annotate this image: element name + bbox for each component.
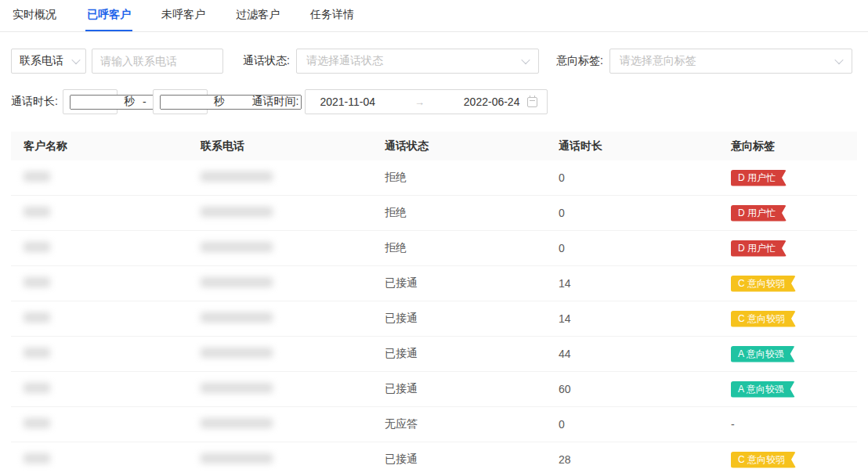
- calendar-icon: [527, 97, 537, 107]
- call-time-label: 通话时间:: [252, 95, 299, 109]
- intent-tag-cell: D 用户忙: [718, 205, 857, 222]
- col-phone: 联系电话: [188, 139, 372, 153]
- duration-cell: 28: [546, 453, 718, 466]
- redacted-customer-name: [24, 453, 50, 463]
- customer-name-cell: [11, 418, 188, 431]
- customer-name-cell: [11, 383, 188, 395]
- table-body: 拒绝0D 用户忙拒绝0D 用户忙拒绝0D 用户忙已接通14C 意向较弱已接通14…: [11, 160, 857, 476]
- phone-cell: [188, 277, 372, 290]
- redacted-customer-name: [24, 207, 50, 217]
- filter-row-2: 通话时长: 秒 - 秒 通话时间: 2021-11-04 → 2022-06-2…: [11, 89, 857, 114]
- customer-name-cell: [11, 348, 188, 360]
- table-row: 已接通44A 意向较强: [11, 337, 857, 372]
- customer-name-cell: [11, 312, 188, 325]
- tab-filtered-customers[interactable]: 过滤客户: [234, 0, 281, 31]
- table-row: 已接通14C 意向较弱: [11, 301, 857, 337]
- intent-tag: C 意向较弱: [731, 276, 796, 292]
- intent-tag-select[interactable]: 请选择意向标签: [609, 49, 852, 74]
- call-status-cell: 拒绝: [372, 241, 546, 255]
- duration-unit-label: 秒: [124, 95, 135, 109]
- call-status-cell: 已接通: [372, 382, 546, 396]
- redacted-customer-name: [24, 242, 50, 252]
- date-end-value[interactable]: 2022-06-24: [464, 96, 520, 108]
- called-customers-table: 客户名称 联系电话 通话状态 通话时长 意向标签 拒绝0D 用户忙拒绝0D 用户…: [11, 132, 857, 476]
- col-call-status: 通话状态: [372, 139, 546, 153]
- call-status-cell: 已接通: [372, 312, 546, 326]
- redacted-phone: [201, 207, 273, 217]
- no-tag-dash: -: [731, 418, 735, 431]
- phone-cell: [188, 207, 372, 219]
- duration-min-box: [63, 89, 118, 114]
- call-status-select[interactable]: 请选择通话状态: [296, 49, 539, 74]
- call-status-placeholder: 请选择通话状态: [306, 54, 383, 68]
- tab-realtime-overview[interactable]: 实时概况: [11, 0, 58, 31]
- chevron-down-icon: [71, 56, 80, 64]
- duration-cell: 0: [546, 418, 718, 431]
- intent-tag: C 意向较弱: [731, 452, 796, 468]
- intent-tag: A 意向较强: [731, 346, 795, 362]
- call-status-cell: 拒绝: [372, 171, 546, 185]
- customer-name-cell: [11, 277, 188, 290]
- phone-cell: [188, 348, 372, 360]
- call-time-range-picker[interactable]: 2021-11-04 → 2022-06-24: [305, 89, 548, 114]
- intent-tag: D 用户忙: [731, 205, 787, 222]
- redacted-phone: [201, 383, 273, 393]
- duration-cell: 60: [546, 383, 718, 395]
- col-intent-tag: 意向标签: [718, 139, 857, 153]
- table-row: 已接通60A 意向较强: [11, 372, 857, 407]
- phone-cell: [188, 418, 372, 431]
- call-status-cell: 已接通: [372, 347, 546, 361]
- tab-task-details[interactable]: 任务详情: [309, 0, 356, 31]
- table-row: 拒绝0D 用户忙: [11, 196, 857, 231]
- duration-unit-label: 秒: [214, 95, 225, 109]
- table-row: 无应答0-: [11, 407, 857, 442]
- intent-tag-cell: C 意向较弱: [718, 276, 857, 292]
- tab-called-customers[interactable]: 已呼客户: [85, 0, 132, 31]
- customer-name-cell: [11, 242, 188, 254]
- duration-label: 通话时长:: [11, 95, 58, 109]
- filter-row-1: 联系电话 通话状态: 请选择通话状态 意向标签: 请选择意向标签: [11, 49, 857, 74]
- intent-tag-cell: C 意向较弱: [718, 452, 857, 468]
- call-status-cell: 已接通: [372, 276, 546, 290]
- redacted-phone: [201, 453, 273, 463]
- redacted-phone: [201, 348, 273, 358]
- call-status-cell: 无应答: [372, 417, 546, 431]
- call-status-cell: 拒绝: [372, 206, 546, 220]
- intent-tag-cell: A 意向较强: [718, 346, 857, 362]
- duration-cell: 14: [546, 312, 718, 325]
- call-status-label: 通话状态:: [243, 54, 290, 68]
- redacted-customer-name: [24, 348, 50, 358]
- intent-tag-cell: D 用户忙: [718, 240, 857, 257]
- intent-tag: A 意向较强: [731, 381, 795, 398]
- redacted-customer-name: [24, 383, 50, 393]
- phone-input[interactable]: [100, 55, 215, 67]
- redacted-phone: [201, 312, 273, 323]
- phone-field-selector-value: 联系电话: [20, 54, 63, 68]
- redacted-customer-name: [24, 418, 50, 428]
- tab-bar: 实时概况 已呼客户 未呼客户 过滤客户 任务详情: [0, 0, 868, 32]
- duration-separator: -: [143, 96, 146, 108]
- date-start-value[interactable]: 2021-11-04: [320, 96, 375, 108]
- col-duration: 通话时长: [546, 139, 718, 153]
- customer-name-cell: [11, 207, 188, 219]
- duration-max-box: [153, 89, 208, 114]
- table-row: 已接通28C 意向较弱: [11, 442, 857, 476]
- intent-tag: D 用户忙: [731, 240, 787, 257]
- date-range-arrow: →: [375, 96, 464, 108]
- phone-cell: [188, 453, 372, 466]
- table-header: 客户名称 联系电话 通话状态 通话时长 意向标签: [11, 132, 857, 160]
- duration-cell: 0: [546, 207, 718, 219]
- tab-uncalled-customers[interactable]: 未呼客户: [160, 0, 207, 31]
- redacted-customer-name: [24, 171, 50, 182]
- intent-tag: D 用户忙: [731, 170, 787, 186]
- intent-tag: C 意向较弱: [731, 311, 796, 327]
- table-row: 拒绝0D 用户忙: [11, 231, 857, 266]
- intent-tag-cell: -: [718, 418, 857, 431]
- redacted-phone: [201, 418, 273, 428]
- customer-name-cell: [11, 453, 188, 466]
- chevron-down-icon: [834, 56, 843, 64]
- duration-cell: 0: [546, 171, 718, 184]
- phone-field-selector[interactable]: 联系电话: [11, 49, 86, 74]
- customer-name-cell: [11, 171, 188, 184]
- col-customer-name: 客户名称: [11, 139, 188, 153]
